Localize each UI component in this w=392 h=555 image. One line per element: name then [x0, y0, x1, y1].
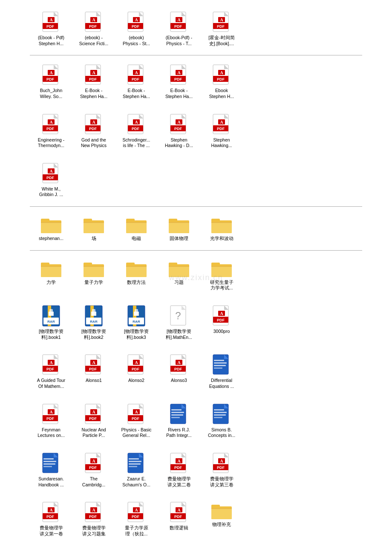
- svg-rect-126: [169, 222, 189, 233]
- file-item-f9[interactable]: PDF A E-Book - Stephen Ha...: [158, 61, 200, 102]
- file-label-f48: 费曼物理学 讲义习题集: [82, 525, 106, 537]
- file-item-f45[interactable]: PDF A 费曼物理学 讲义第二卷: [158, 450, 200, 490]
- file-item-f13[interactable]: PDF A Schrodinger... is life - The ...: [115, 111, 158, 151]
- svg-text:PDF: PDF: [132, 515, 140, 519]
- file-item-f4[interactable]: PDF A (Ebook-Pdf) - Physics - T...: [158, 9, 200, 49]
- svg-rect-249: [43, 458, 54, 460]
- pdf-icon-f14: PDF A: [170, 113, 188, 136]
- file-item-f16[interactable]: PDF A White M., Gribbin J. ...: [30, 160, 72, 200]
- file-label-f5: [霍金-时间简 史].[Book]....: [208, 35, 234, 46]
- file-label-f26: 研究生量子 力学考试...: [210, 280, 233, 291]
- svg-rect-265: [129, 466, 137, 467]
- svg-text:PDF: PDF: [132, 77, 140, 81]
- file-item-f1[interactable]: PDF A (Ebook - Pdf) Stephen H...: [30, 9, 72, 49]
- file-item-f10[interactable]: PDF A Ebook Stephen H...: [200, 61, 243, 102]
- svg-rect-309: [211, 505, 220, 508]
- section-1: PDF A (Ebook - Pdf) Stephen H... PDF A (…: [4, 4, 388, 53]
- file-item-f25[interactable]: 习题: [158, 257, 200, 294]
- section-2: PDF A Buch_John Wiley. So... PDF A E-Boo…: [4, 57, 388, 106]
- file-item-f12[interactable]: PDF A God and the New Physics: [72, 111, 115, 151]
- folder-icon-f25: [168, 259, 190, 278]
- svg-rect-130: [211, 222, 232, 233]
- svg-text:PDF: PDF: [132, 24, 140, 29]
- file-item-f2[interactable]: PDF A (ebook) - Science Ficti...: [72, 9, 115, 49]
- file-label-f32: A Guided Tour Of Mathem...: [37, 378, 65, 389]
- file-item-f34[interactable]: PDF A Alonso2: [115, 351, 158, 392]
- file-item-f5[interactable]: PDF A [霍金-时间简 史].[Book]....: [200, 9, 243, 49]
- file-item-f32[interactable]: PDF A A Guided Tour Of Mathem...: [30, 351, 72, 392]
- file-item-f26[interactable]: 研究生量子 力学考试...: [200, 257, 243, 294]
- file-item-f6[interactable]: PDF A Buch_John Wiley. So...: [30, 61, 72, 102]
- svg-text:PDF: PDF: [217, 77, 225, 81]
- svg-text:A: A: [177, 360, 181, 365]
- svg-rect-157: [49, 312, 54, 316]
- file-item-f39[interactable]: PDF A Physics - Basic General Rel...: [115, 401, 158, 441]
- svg-text:PDF: PDF: [46, 515, 55, 519]
- svg-text:A: A: [135, 360, 138, 365]
- file-item-f23[interactable]: 量子力学: [72, 257, 115, 294]
- file-item-f17[interactable]: stephenan...: [30, 213, 72, 244]
- file-item-f8[interactable]: PDF A E-Book - Stephen Ha...: [115, 61, 158, 102]
- file-label-f29: [物理数学资 料].book3: [124, 329, 149, 340]
- pdf-icon-f5: PDF A: [212, 11, 231, 33]
- unknown-icon-f30: ?: [170, 305, 188, 327]
- file-label-f9: E-Book - Stephen Ha...: [165, 88, 193, 99]
- file-label-f22: 力学: [46, 280, 56, 286]
- file-item-f14[interactable]: PDF A Stephen Hawking - D...: [158, 111, 200, 151]
- file-item-f20[interactable]: 固体物理: [158, 213, 200, 244]
- file-item-f51[interactable]: 物理补充: [200, 499, 243, 539]
- pdf-icon-f7: PDF A: [84, 64, 103, 86]
- file-item-f38[interactable]: PDF A Nuclear And Particle P...: [72, 401, 115, 441]
- file-item-f33[interactable]: PDF A Alonso1: [72, 351, 115, 392]
- blue-icon-f40: [170, 403, 188, 425]
- file-item-f31[interactable]: PDF A 3000pro: [200, 302, 243, 343]
- file-item-f37[interactable]: PDF A Feynman Lectures on...: [30, 401, 72, 441]
- file-label-f51: 物理补充: [212, 522, 231, 528]
- file-label-f20: 固体物理: [170, 236, 188, 242]
- file-item-f41[interactable]: Simons B. Concepts in...: [200, 401, 243, 441]
- file-label-f40: Rivers R.J. Path Integr...: [166, 427, 192, 439]
- svg-text:A: A: [92, 360, 95, 365]
- svg-text:PDF: PDF: [89, 367, 97, 371]
- file-item-f30[interactable]: ? [物理数学资 料].MathEn...: [158, 302, 200, 343]
- file-item-f11[interactable]: PDF A Engineering - Thermodyn...: [30, 111, 72, 151]
- file-item-f42[interactable]: Sundaresan. Handbook ...: [30, 450, 72, 490]
- file-item-f47[interactable]: PDF A 费曼物理学 讲义第一卷: [30, 499, 72, 539]
- svg-text:PDF: PDF: [132, 127, 140, 131]
- blue-icon-f41: [212, 403, 231, 425]
- pdf-icon-f33: PDF A: [84, 354, 103, 376]
- file-item-f49[interactable]: PDF A 量子力学原 理（狄拉...: [115, 499, 158, 539]
- file-item-f29[interactable]: RAR [物理数学资 料].book3: [115, 302, 158, 343]
- svg-rect-141: [126, 263, 135, 266]
- svg-rect-264: [129, 463, 141, 465]
- svg-rect-240: [171, 417, 180, 418]
- file-item-f24[interactable]: 数理方法: [115, 257, 158, 294]
- folder-icon-f18: [83, 215, 105, 234]
- file-item-f18[interactable]: 场: [72, 213, 115, 244]
- file-item-f46[interactable]: PDF A 费曼物理学 讲义第三卷: [200, 450, 243, 490]
- file-item-f21[interactable]: 光学和波动: [200, 213, 243, 244]
- pdf-icon-f1: PDF A: [42, 11, 61, 33]
- file-item-f40[interactable]: Rivers R.J. Path Integr...: [158, 401, 200, 441]
- file-item-f36[interactable]: Differential Equations ...: [200, 351, 243, 392]
- file-item-f22[interactable]: 力学: [30, 257, 72, 294]
- file-item-f15[interactable]: PDF A Stephen Hawking...: [200, 111, 243, 151]
- file-item-f48[interactable]: PDF A 费曼物理学 讲义习题集: [72, 499, 115, 539]
- svg-text:PDF: PDF: [46, 367, 55, 371]
- file-item-f35[interactable]: PDF A Alonso3: [158, 351, 200, 392]
- section-11: PDF A 费曼物理学 讲义第一卷 PDF A 费曼物理学 讲义习题集 PDF …: [4, 494, 388, 543]
- file-item-f19[interactable]: 电磁: [115, 213, 158, 244]
- file-item-f27[interactable]: RAR [物理数学资 料].book1: [30, 302, 72, 343]
- file-item-f50[interactable]: PDF A 数理逻辑: [158, 499, 200, 539]
- file-label-f21: 光学和波动: [210, 236, 233, 242]
- file-item-f28[interactable]: RAR [物理数学资 料].book2: [72, 302, 115, 343]
- file-item-f44[interactable]: Zaarur E. Schaum's O...: [115, 450, 158, 490]
- file-item-f43[interactable]: PDF A The Cambridg...: [72, 450, 115, 490]
- svg-rect-250: [43, 461, 56, 462]
- file-item-f7[interactable]: PDF A E-Book - Stephen Ha...: [72, 61, 115, 102]
- file-label-f30: [物理数学资 料].MathEn...: [166, 329, 192, 340]
- file-item-f3[interactable]: PDF A (ebook) Physics - St...: [115, 9, 158, 49]
- section-8: PDF A A Guided Tour Of Mathem... PDF A A…: [4, 347, 388, 396]
- rar-icon-f27: RAR: [42, 305, 61, 327]
- section-3: PDF A Engineering - Thermodyn... PDF A G…: [4, 107, 388, 156]
